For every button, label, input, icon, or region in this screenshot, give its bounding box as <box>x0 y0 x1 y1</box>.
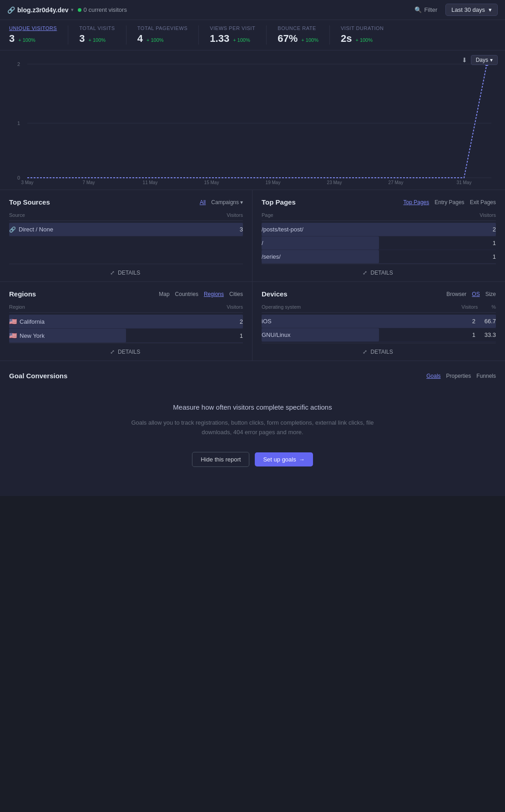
current-visitors-badge: 0 current visitors <box>78 6 127 13</box>
tab-goals[interactable]: Goals <box>426 373 440 379</box>
top-sources-panel: Top Sources All Campaigns ▾ Source Visit… <box>0 190 252 281</box>
top-pages-panel: Top Pages Top Pages Entry Pages Exit Pag… <box>252 190 505 281</box>
header: 🔗 blog.z3r0d4y.dev ▾ 0 current visitors … <box>0 0 505 20</box>
svg-text:11 May: 11 May <box>143 180 158 185</box>
top-sources-details-button[interactable]: ⤢ DETAILS <box>9 264 243 281</box>
tab-regions[interactable]: Regions <box>204 291 224 297</box>
regions-tabs: Map Countries Regions Cities <box>159 291 243 297</box>
stat-value: 3 <box>79 33 85 45</box>
granularity-button[interactable]: Days ▾ <box>471 55 498 65</box>
goal-conversions-title: Goal Conversions <box>9 372 67 380</box>
tab-browser[interactable]: Browser <box>446 291 466 297</box>
stat-item[interactable]: BOUNCE RATE 67% + 100% <box>278 25 330 45</box>
devices-header: Devices Browser OS Size <box>262 290 496 298</box>
devices-title: Devices <box>262 290 288 298</box>
svg-text:23 May: 23 May <box>327 180 342 185</box>
hide-report-button[interactable]: Hide this report <box>192 452 249 467</box>
flag-icon: 🇺🇸 <box>9 318 17 325</box>
tab-exit-pages[interactable]: Exit Pages <box>470 199 496 206</box>
stat-value: 2s <box>341 33 352 45</box>
tab-campaigns[interactable]: Campaigns ▾ <box>211 199 243 206</box>
svg-text:1: 1 <box>17 120 20 126</box>
stat-item[interactable]: TOTAL PAGEVIEWS 4 + 100% <box>137 25 199 45</box>
device-visitors: 2 <box>453 318 475 325</box>
stat-value: 3 <box>9 33 15 45</box>
top-pages-details-button[interactable]: ⤢ DETAILS <box>262 264 496 281</box>
stat-item[interactable]: VIEWS PER VISIT 1.33 + 100% <box>210 25 267 45</box>
devices-tabs: Browser OS Size <box>446 291 496 297</box>
stat-change: + 100% <box>88 37 106 43</box>
stat-value-row: 3 + 100% <box>79 33 115 45</box>
stat-value-row: 2s + 100% <box>341 33 384 45</box>
top-pages-title: Top Pages <box>262 198 296 206</box>
tab-map[interactable]: Map <box>159 291 169 297</box>
device-pct: 33.3 <box>475 331 496 338</box>
tab-properties[interactable]: Properties <box>446 373 471 379</box>
expand-icon: ⤢ <box>363 349 367 355</box>
device-row[interactable]: iOS 2 66.7 <box>262 315 496 328</box>
stat-value-row: 4 + 100% <box>137 33 188 45</box>
link-icon: 🔗 <box>7 6 15 14</box>
top-sources-col-headers: Source Visitors <box>9 212 243 221</box>
stat-item[interactable]: VISIT DURATION 2s + 100% <box>341 25 395 45</box>
site-title[interactable]: 🔗 blog.z3r0d4y.dev ▾ <box>7 6 73 14</box>
stat-label: BOUNCE RATE <box>278 25 318 31</box>
regions-panel: Regions Map Countries Regions Cities Reg… <box>0 282 252 361</box>
page-visitors: 1 <box>493 240 496 246</box>
stat-value-row: 67% + 100% <box>278 33 318 45</box>
download-button[interactable]: ⬇ <box>462 56 467 64</box>
tab-cities[interactable]: Cities <box>229 291 243 297</box>
page-row[interactable]: /series/ 1 <box>262 250 496 264</box>
region-row[interactable]: 🇺🇸 California 2 <box>9 315 243 329</box>
setup-goals-button[interactable]: Set up goals → <box>255 452 313 466</box>
stat-item[interactable]: TOTAL VISITS 3 + 100% <box>79 25 126 45</box>
date-range-button[interactable]: Last 30 days ▾ <box>445 4 498 16</box>
expand-icon: ⤢ <box>110 270 115 276</box>
devices-details-button[interactable]: ⤢ DETAILS <box>262 343 496 361</box>
tab-os[interactable]: OS <box>472 291 480 297</box>
device-row[interactable]: GNU/Linux 1 33.3 <box>262 328 496 342</box>
regions-details-button[interactable]: ⤢ DETAILS <box>9 343 243 361</box>
tab-funnels[interactable]: Funnels <box>476 373 496 379</box>
tab-all[interactable]: All <box>200 199 206 206</box>
tab-size[interactable]: Size <box>485 291 496 297</box>
stat-value-row: 1.33 + 100% <box>210 33 255 45</box>
tab-top-pages[interactable]: Top Pages <box>404 199 429 206</box>
header-right: 🔍 Filter Last 30 days ▾ <box>411 4 498 16</box>
region-row[interactable]: 🇺🇸 New York 1 <box>9 329 243 343</box>
stat-change: + 100% <box>355 37 373 43</box>
device-os-label: GNU/Linux <box>262 331 453 338</box>
link-icon: 🔗 <box>9 226 16 233</box>
source-label: 🔗 Direct / None <box>9 226 53 233</box>
source-row[interactable]: 🔗 Direct / None 3 <box>9 223 243 236</box>
site-chevron-icon: ▾ <box>71 7 73 12</box>
svg-text:31 May: 31 May <box>457 180 472 185</box>
source-visitors: 3 <box>240 226 243 233</box>
stat-value: 1.33 <box>210 33 229 45</box>
region-visitors: 1 <box>240 332 243 339</box>
stat-change: + 100% <box>301 37 318 43</box>
header-left: 🔗 blog.z3r0d4y.dev ▾ 0 current visitors <box>7 6 127 14</box>
page-label: / <box>262 240 263 246</box>
filter-button[interactable]: 🔍 Filter <box>411 5 441 15</box>
tab-countries[interactable]: Countries <box>175 291 198 297</box>
chart-container: ⬇ Days ▾ 2 1 0 3 May 7 May 11 May 15 May… <box>0 50 505 190</box>
devices-panel: Devices Browser OS Size Operating system… <box>252 282 505 361</box>
stat-label: VISIT DURATION <box>341 25 384 31</box>
stat-label: VIEWS PER VISIT <box>210 25 255 31</box>
regions-col-headers: Region Visitors <box>9 304 243 313</box>
page-row[interactable]: / 1 <box>262 236 496 250</box>
svg-text:15 May: 15 May <box>204 180 219 185</box>
chart-controls: ⬇ Days ▾ <box>462 55 498 65</box>
page-row[interactable]: /posts/test-post/ 2 <box>262 223 496 236</box>
expand-icon: ⤢ <box>363 270 367 276</box>
device-visitors: 1 <box>453 331 475 338</box>
stat-value: 67% <box>278 33 298 45</box>
stat-item[interactable]: UNIQUE VISITORS 3 + 100% <box>9 25 68 45</box>
online-indicator <box>78 8 81 12</box>
svg-text:3 May: 3 May <box>21 180 33 185</box>
tab-entry-pages[interactable]: Entry Pages <box>434 199 464 206</box>
region-label: 🇺🇸 California <box>9 318 45 325</box>
stats-bar: UNIQUE VISITORS 3 + 100% TOTAL VISITS 3 … <box>0 20 505 50</box>
page-label: /series/ <box>262 253 281 260</box>
